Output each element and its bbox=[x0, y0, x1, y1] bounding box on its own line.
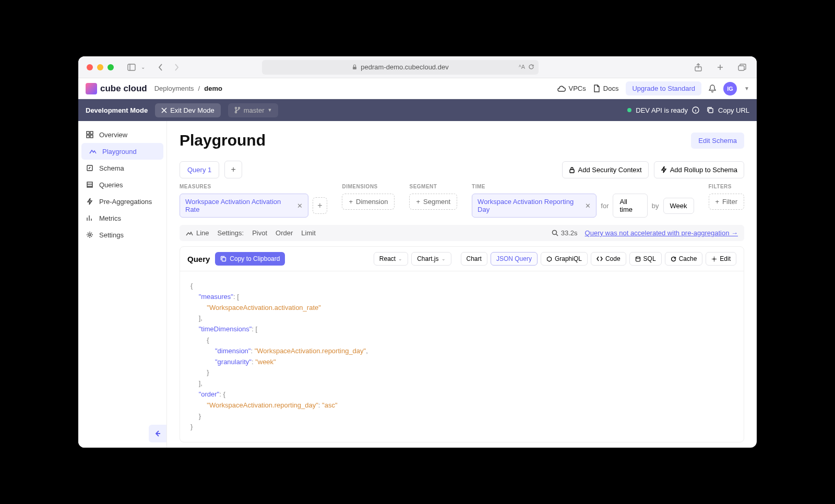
pivot-button[interactable]: Pivot bbox=[252, 229, 267, 237]
json-code[interactable]: { "measures": [ "WorkspaceActivation.act… bbox=[180, 271, 744, 442]
svg-rect-10 bbox=[87, 131, 89, 134]
sidebar-item-playground[interactable]: Playground bbox=[81, 143, 163, 160]
account-menu-icon[interactable]: ▼ bbox=[744, 86, 749, 91]
zoom-window-icon[interactable] bbox=[108, 64, 114, 70]
schema-icon bbox=[86, 164, 94, 172]
page-title: Playground bbox=[180, 131, 266, 149]
info-icon[interactable] bbox=[692, 106, 699, 114]
remove-chip-icon[interactable]: ✕ bbox=[297, 202, 303, 210]
time-range-select[interactable]: All time bbox=[613, 194, 647, 218]
svg-rect-2 bbox=[353, 67, 356, 69]
copy-clipboard-button[interactable]: Copy to Clipboard bbox=[215, 252, 285, 266]
branch-selector[interactable]: master ▼ bbox=[228, 103, 279, 117]
filters-label: FILTERS bbox=[709, 184, 744, 189]
breadcrumb-root[interactable]: Deployments bbox=[154, 85, 194, 92]
breadcrumb-sep: / bbox=[198, 85, 200, 92]
chartlib-select[interactable]: Chart.js⌄ bbox=[411, 252, 451, 266]
tabs-icon[interactable] bbox=[736, 61, 748, 74]
newtab-icon[interactable] bbox=[714, 61, 726, 74]
back-icon[interactable] bbox=[154, 61, 167, 74]
settings-label: Settings: bbox=[218, 229, 244, 237]
traffic-lights bbox=[87, 64, 114, 70]
search-icon bbox=[552, 230, 558, 236]
bolt-icon bbox=[661, 166, 667, 173]
bolt-icon bbox=[86, 197, 94, 206]
sidebar-item-preagg[interactable]: Pre-Aggregations bbox=[78, 193, 166, 210]
notifications-icon[interactable] bbox=[709, 85, 716, 93]
playground-icon bbox=[89, 147, 97, 155]
logo-text: cube cloud bbox=[100, 83, 147, 94]
tab-sql[interactable]: SQL bbox=[629, 252, 662, 266]
breadcrumb-leaf[interactable]: demo bbox=[204, 85, 222, 92]
tab-jsonquery[interactable]: JSON Query bbox=[491, 252, 538, 266]
reader-icon[interactable]: ᴬA bbox=[519, 64, 525, 70]
add-filter-button[interactable]: +Filter bbox=[709, 194, 744, 210]
api-status: DEV API is ready bbox=[627, 106, 699, 114]
measures-label: MEASURES bbox=[180, 184, 327, 189]
share-icon[interactable] bbox=[692, 61, 705, 74]
sidebar-item-metrics[interactable]: Metrics bbox=[78, 210, 166, 226]
measure-chip[interactable]: Workspace Activation Activation Rate✕ bbox=[180, 194, 308, 218]
app-window: ⌄ pedram-demo.cubecloud.dev ᴬA cube cl bbox=[78, 56, 757, 448]
remove-chip-icon[interactable]: ✕ bbox=[585, 202, 591, 210]
upgrade-button[interactable]: Upgrade to Standard bbox=[626, 81, 701, 95]
tab-graphiql[interactable]: GraphiQL bbox=[541, 252, 588, 266]
line-chart-icon bbox=[186, 230, 193, 236]
main-content: Playground Edit Schema Query 1 + Add Sec… bbox=[167, 121, 757, 448]
url-bar[interactable]: pedram-demo.cubecloud.dev ᴬA bbox=[262, 60, 539, 75]
add-measure-button[interactable]: + bbox=[313, 197, 328, 214]
breadcrumb: Deployments / demo bbox=[154, 85, 222, 92]
exit-devmode-button[interactable]: Exit Dev Mode bbox=[155, 103, 221, 117]
sidebar-item-settings[interactable]: Settings bbox=[78, 226, 166, 243]
logo[interactable]: cube cloud bbox=[86, 83, 147, 94]
edit-schema-button[interactable]: Edit Schema bbox=[691, 133, 744, 149]
limit-button[interactable]: Limit bbox=[301, 229, 315, 237]
tab-code[interactable]: Code bbox=[591, 252, 626, 266]
logo-mark-icon bbox=[86, 83, 97, 94]
tab-cache[interactable]: Cache bbox=[665, 252, 703, 266]
add-security-context-button[interactable]: Add Security Context bbox=[562, 161, 649, 178]
collapse-sidebar-button[interactable] bbox=[149, 425, 166, 442]
minimize-window-icon[interactable] bbox=[97, 64, 103, 70]
svg-rect-19 bbox=[222, 258, 226, 261]
lock-icon bbox=[569, 166, 575, 173]
metrics-icon bbox=[86, 214, 94, 222]
query-title: Query bbox=[187, 255, 210, 263]
edit-button[interactable]: Edit bbox=[706, 252, 736, 266]
order-button[interactable]: Order bbox=[276, 229, 293, 237]
svg-rect-12 bbox=[87, 135, 89, 138]
svg-rect-9 bbox=[709, 109, 713, 113]
graphql-icon bbox=[546, 256, 552, 262]
reload-icon[interactable] bbox=[528, 64, 534, 70]
acceleration-warning-link[interactable]: Query was not accelerated with pre-aggre… bbox=[585, 229, 738, 237]
vpcs-link[interactable]: VPCs bbox=[557, 85, 586, 92]
gear-icon bbox=[86, 231, 94, 239]
docs-link[interactable]: Docs bbox=[593, 85, 619, 92]
browser-titlebar: ⌄ pedram-demo.cubecloud.dev ᴬA bbox=[78, 56, 757, 78]
add-tab-button[interactable]: + bbox=[224, 161, 242, 178]
copy-icon bbox=[707, 106, 714, 114]
add-dimension-button[interactable]: +Dimension bbox=[342, 194, 395, 210]
tab-chart[interactable]: Chart bbox=[461, 252, 487, 266]
branch-icon bbox=[234, 106, 241, 114]
overview-icon bbox=[86, 130, 94, 139]
app-header: cube cloud Deployments / demo VPCs Docs … bbox=[78, 78, 757, 99]
avatar[interactable]: IG bbox=[723, 82, 737, 95]
tab-query1[interactable]: Query 1 bbox=[180, 161, 219, 178]
sidebar-toggle-icon[interactable] bbox=[125, 61, 138, 74]
sidebar-item-overview[interactable]: Overview bbox=[78, 126, 166, 143]
forward-icon[interactable] bbox=[170, 61, 183, 74]
by-label: by bbox=[652, 202, 659, 210]
arrow-left-icon bbox=[154, 430, 161, 437]
granularity-select[interactable]: Week bbox=[663, 198, 694, 214]
sidebar: Overview Playground Schema Queries Pre-A… bbox=[78, 121, 167, 448]
copy-url-button[interactable]: Copy URL bbox=[707, 106, 749, 114]
close-window-icon[interactable] bbox=[87, 64, 93, 70]
add-segment-button[interactable]: +Segment bbox=[409, 194, 457, 210]
framework-select[interactable]: React⌄ bbox=[374, 252, 408, 266]
add-rollup-button[interactable]: Add Rollup to Schema bbox=[654, 161, 744, 178]
time-chip[interactable]: Workspace Activation Reporting Day✕ bbox=[472, 194, 597, 218]
chart-type-select[interactable]: Line bbox=[186, 229, 209, 237]
sidebar-item-schema[interactable]: Schema bbox=[78, 160, 166, 176]
sidebar-item-queries[interactable]: Queries bbox=[78, 176, 166, 193]
